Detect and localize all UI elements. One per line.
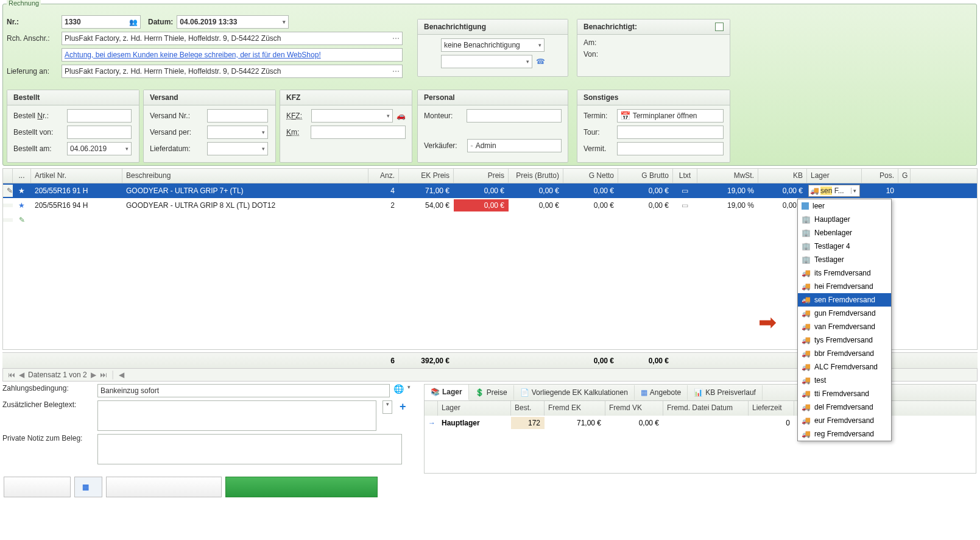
pager-first[interactable]: ⏮ <box>8 371 15 379</box>
bestell-nr-input[interactable] <box>67 109 132 123</box>
truck-icon: 🚚 <box>802 403 811 411</box>
col-artikel[interactable]: Artikel Nr. <box>31 169 122 183</box>
bestellt-am-combo[interactable]: 04.06.2019▾ <box>67 142 132 155</box>
tab-vorliegende[interactable]: 📄Vorliegende EK Kalkulationen <box>514 385 635 400</box>
tab-kb[interactable]: 📊KB Preisverlauf <box>688 385 763 400</box>
lager-option[interactable]: 🚚tys Fremdversand <box>798 333 891 347</box>
subcol-lager[interactable]: Lager <box>438 401 511 416</box>
benachrichtigung-input[interactable]: ▾ <box>441 55 532 68</box>
truck-icon: 🚚 <box>802 349 811 358</box>
lager-option[interactable]: 🏢Nebenlager <box>798 226 891 240</box>
lager-option[interactable]: 🚚reg Fremdversand <box>798 427 891 441</box>
chevron-down-icon[interactable]: ▾ <box>407 384 411 390</box>
lager-option[interactable]: 🚚gun Fremdversand <box>798 307 891 320</box>
subcol-best[interactable]: Best. <box>511 401 545 416</box>
footer-btn-1[interactable] <box>4 477 71 497</box>
subcol-datum[interactable]: Fremd. Datei Datum <box>663 401 749 416</box>
subcol-lz[interactable]: Lieferzeit <box>749 401 794 416</box>
kfz-combo[interactable]: ▾ <box>311 109 393 123</box>
lager-option[interactable]: 🚚hei Fremdversand <box>798 280 891 293</box>
add-button[interactable]: + <box>396 400 410 413</box>
tab-angebote[interactable]: ▦Angebote <box>635 385 688 400</box>
col-brutto[interactable]: Preis (Brutto) <box>509 169 563 183</box>
monteur-input[interactable] <box>467 109 562 123</box>
lager-option[interactable]: 🚚ALC Fremdversand <box>798 360 891 374</box>
verkaufer-field[interactable]: ◦Admin <box>467 139 562 152</box>
col-kb[interactable]: KB <box>758 169 807 183</box>
lager-option[interactable]: 🚚van Fremdversand <box>798 320 891 333</box>
km-input[interactable] <box>311 126 406 139</box>
lager-option[interactable]: 🚚sen Fremdversand <box>798 293 891 307</box>
lager-option[interactable]: 🚚bbr Fremdversand <box>798 347 891 360</box>
footer-btn-green[interactable] <box>225 477 378 497</box>
vermit-input[interactable] <box>617 142 724 155</box>
tab-lager[interactable]: 📚Lager <box>425 385 469 400</box>
versand-per-combo[interactable]: ▾ <box>207 126 268 139</box>
lager-option[interactable]: 🏢Hauptlager <box>798 213 891 226</box>
folder-icon[interactable]: ▭ <box>682 187 688 195</box>
bestellt-von-input[interactable] <box>67 126 132 139</box>
lager-option[interactable]: 🚚its Fremdversand <box>798 266 891 280</box>
price-icon: 💲 <box>475 388 484 397</box>
col-ek[interactable]: EK Preis <box>399 169 454 183</box>
phone-icon[interactable]: ☎ <box>536 57 545 66</box>
subcol-fek[interactable]: Fremd EK <box>545 401 605 416</box>
contacts-icon[interactable]: 👥 <box>129 18 138 26</box>
footer-btn-icon[interactable]: ▦ <box>74 477 102 497</box>
car-icon[interactable]: 🚗 <box>397 112 406 120</box>
folder-icon[interactable]: ▭ <box>682 201 688 210</box>
lieferung-field[interactable]: PlusFakt Factory, z. Hd. Herrn Thiele, H… <box>62 65 403 78</box>
warning-link[interactable]: Achtung, bei diesem Kunden keine Belege … <box>65 51 321 59</box>
lager-option[interactable]: 🚚del Fremdversand <box>798 400 891 414</box>
lager-option[interactable]: 🚚tti Fremdversand <box>798 387 891 400</box>
chevron-down-icon[interactable]: ▾ <box>851 188 858 194</box>
col-more[interactable]: ... <box>13 169 31 183</box>
pager-next[interactable]: ▶ <box>91 371 96 379</box>
zusatztext-input[interactable] <box>97 400 376 431</box>
col-indicator[interactable] <box>3 169 13 183</box>
lager-option[interactable]: 🚚test <box>798 374 891 387</box>
globe-icon[interactable]: 🌐 <box>393 384 404 394</box>
textarea-dropdown[interactable]: ▾ <box>382 400 392 414</box>
sonstiges-title: Sonstiges <box>577 90 730 105</box>
termin-link-field[interactable]: 📅 Terminplaner öffnen <box>617 109 724 123</box>
col-anz[interactable]: Anz. <box>368 169 399 183</box>
col-preis[interactable]: Preis <box>454 169 509 183</box>
terminplaner-link[interactable]: Terminplaner öffnen <box>633 112 697 120</box>
nr-value[interactable]: 1330 👥 <box>62 15 141 29</box>
lager-option[interactable]: 🚚eur Fremdversand <box>798 414 891 427</box>
versand-nr-input[interactable] <box>207 109 268 123</box>
footer-btn-2[interactable] <box>106 477 222 497</box>
lieferdatum-combo[interactable]: ▾ <box>207 142 268 155</box>
pager-prev[interactable]: ◀ <box>19 371 24 379</box>
lager-option[interactable]: 🏢Testlager 4 <box>798 240 891 253</box>
benachrichtigung-select[interactable]: keine Benachrichtigung▾ <box>441 38 545 52</box>
col-gnetto[interactable]: G Netto <box>563 169 618 183</box>
datum-combo[interactable]: 04.06.2019 13:33▾ <box>177 15 289 29</box>
col-lager[interactable]: Lager <box>807 169 862 183</box>
subcol-fvk[interactable]: Fremd VK <box>605 401 663 416</box>
pager-last[interactable]: ⏭ <box>100 371 107 379</box>
tour-input[interactable] <box>617 126 724 139</box>
col-mwst[interactable]: MwSt. <box>697 169 758 183</box>
tab-preise[interactable]: 💲Preise <box>469 385 514 400</box>
more-icon-2[interactable]: ⋯ <box>392 67 400 76</box>
rch-anschr-field[interactable]: PlusFakt Factory, z. Hd. Herrn Thiele, H… <box>62 32 403 45</box>
lager-cell-dropdown[interactable]: 🚚 sen F... ▾ <box>808 185 860 197</box>
monteur-label: Monteur: <box>424 112 463 120</box>
col-gbrutto[interactable]: G Brutto <box>618 169 673 183</box>
privatenotiz-input[interactable] <box>97 434 402 464</box>
more-icon[interactable]: ⋯ <box>392 34 400 43</box>
lager-option[interactable]: 🏢Testlager <box>798 253 891 266</box>
table-row[interactable]: ✎ ★ 205/55R16 91 H GOODYEAR - ULTRA GRIP… <box>3 183 977 198</box>
kfz-panel: KFZ KFZ:▾🚗 Km: <box>280 90 412 163</box>
pager-scroll-left[interactable]: ◀ <box>119 371 124 379</box>
col-beschreibung[interactable]: Beschreibung <box>122 169 368 183</box>
zahlungsbedingung-field[interactable]: Bankeinzug sofort <box>97 384 390 397</box>
col-g[interactable]: G <box>898 169 911 183</box>
subgrid-row[interactable]: → Hauptlager 172 71,00 € 0,00 € 0 <box>425 416 976 430</box>
col-ltxt[interactable]: Ltxt <box>673 169 697 183</box>
col-pos[interactable]: Pos. <box>862 169 898 183</box>
benachrichtigt-checkbox[interactable] <box>715 23 724 31</box>
lager-option[interactable]: leer <box>798 199 891 213</box>
